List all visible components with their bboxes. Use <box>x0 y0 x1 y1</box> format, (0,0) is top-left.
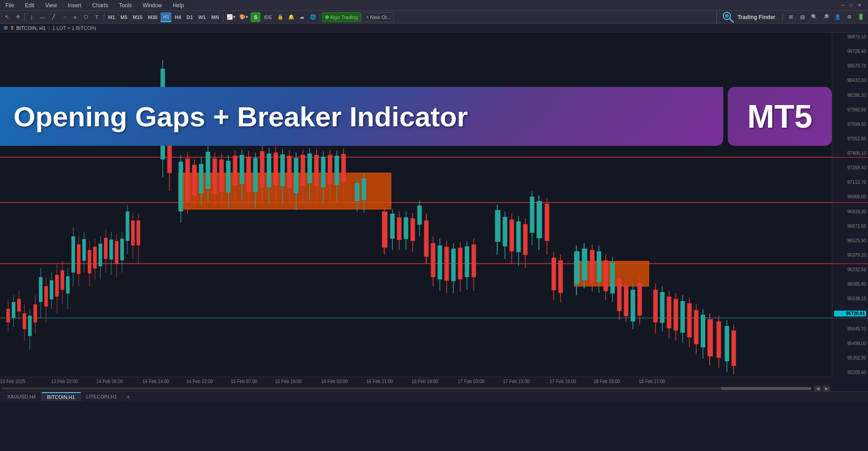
navigator-btn[interactable]: ⊞ <box>786 12 796 22</box>
timeframe-h4[interactable]: H4 <box>172 12 183 22</box>
svg-rect-101 <box>287 156 292 188</box>
time-label-6: 15 Feb 19:00 <box>275 379 302 384</box>
data-window-btn[interactable]: ▤ <box>797 12 807 22</box>
account-btn[interactable]: 👤 <box>833 12 843 22</box>
signals-btn[interactable]: S <box>251 12 261 22</box>
trend-line-tool[interactable]: ╱ <box>48 12 58 22</box>
menu-item-insert[interactable]: Insert <box>66 2 83 9</box>
shapes-tool[interactable]: ⬡ <box>81 12 91 22</box>
search-btn[interactable]: 🔎 <box>821 12 831 22</box>
scrollbar-thumb[interactable] <box>721 387 811 390</box>
lock-btn[interactable]: 🔒 <box>275 12 285 22</box>
maximize-button[interactable]: □ <box>848 2 854 9</box>
scroll-controls: ◀ ▶ <box>814 386 830 391</box>
scroll-left-btn[interactable]: ◀ <box>814 386 821 391</box>
menu-item-help[interactable]: Help <box>171 2 186 9</box>
time-label-2: 14 Feb 06:00 <box>96 379 123 384</box>
candle-9 <box>50 273 53 309</box>
vertical-line-tool[interactable]: | <box>27 12 37 22</box>
svg-rect-211 <box>725 326 729 361</box>
svg-rect-75 <box>199 164 204 193</box>
svg-rect-173 <box>582 249 587 280</box>
timeframe-h1[interactable]: H1 <box>161 12 171 22</box>
ide-btn[interactable]: IDE <box>261 12 274 22</box>
svg-rect-187 <box>631 290 635 321</box>
svg-rect-183 <box>617 278 621 311</box>
timeframe-d1[interactable]: D1 <box>185 12 195 22</box>
crosshair-tool[interactable]: ✛ <box>13 12 23 22</box>
timeframe-mn[interactable]: MN <box>209 12 221 22</box>
price-98433: 98433.00 <box>834 78 866 83</box>
time-label-9: 16 Feb 19:00 <box>412 379 438 384</box>
candle-bounce-10 <box>558 254 563 302</box>
chart-tab-xauusd[interactable]: XAUUSD,H4 <box>2 392 42 401</box>
new-order-button[interactable]: ＋ New Or... <box>362 12 394 22</box>
cloud-btn[interactable]: ☁ <box>297 12 307 22</box>
price-96819: 96819.30 <box>834 209 866 214</box>
window-controls: ─ □ ✕ <box>840 2 864 9</box>
template-selector[interactable]: 🎨▾ <box>238 12 250 22</box>
notifications-btn[interactable]: 🔔 <box>286 12 296 22</box>
text-tool[interactable]: T <box>92 12 102 22</box>
timeframe-w1[interactable]: W1 <box>196 12 209 22</box>
new-chart-tab-btn[interactable]: + <box>123 393 134 400</box>
scrollbar-area[interactable]: ◀ ▶ <box>0 386 832 391</box>
candle-18f-4 <box>674 293 678 341</box>
chart-area[interactable]: 98873.10 98726.40 98579.70 98433.00 9828… <box>0 33 868 377</box>
chart-separator: | <box>48 25 50 31</box>
candle-10 <box>55 264 59 313</box>
time-label-13: 18 Feb 03:00 <box>593 379 620 384</box>
minimize-button[interactable]: ─ <box>840 2 846 9</box>
svg-rect-105 <box>301 155 305 186</box>
svg-rect-167 <box>551 258 556 290</box>
toolbar-separator-4 <box>320 13 320 21</box>
price-98286: 98286.30 <box>834 93 866 98</box>
horizontal-line-tool[interactable]: — <box>38 12 47 22</box>
zoom-btn[interactable]: 🔍 <box>809 12 819 22</box>
price-96085: 96085.80 <box>834 282 866 287</box>
status-btn[interactable]: ▊ <box>856 12 866 22</box>
market-btn[interactable]: 🌐 <box>308 12 318 22</box>
menu-item-tools[interactable]: Tools <box>117 2 133 9</box>
scroll-right-btn[interactable]: ▶ <box>823 386 830 391</box>
timeframe-m1[interactable]: M1 <box>106 12 117 22</box>
toolbar-separator-1 <box>24 13 25 21</box>
menu-item-view[interactable]: View <box>43 2 59 9</box>
candle-11 <box>61 261 64 304</box>
candle-2 <box>12 295 15 327</box>
candle-5 <box>28 309 32 350</box>
candlestick-chart[interactable] <box>0 33 832 377</box>
menu-item-edit[interactable]: Edit <box>23 2 36 9</box>
chart-info-bar: ⊞ ₿ BITCOIN, H1 | 1 LOT = 1 BITCOIN <box>0 24 868 33</box>
trading-finder-logo: Trading Finder <box>716 10 780 24</box>
menu-item-window[interactable]: Window <box>141 2 164 9</box>
timeframe-m15[interactable]: M15 <box>131 12 145 22</box>
menu-item-file[interactable]: File <box>4 2 16 9</box>
chart-tab-litecoin[interactable]: LITECOIN,H1 <box>81 392 123 401</box>
menu-item-charts[interactable]: Charts <box>90 2 110 9</box>
candle-17 <box>93 239 97 279</box>
scrollbar-track[interactable] <box>2 387 811 390</box>
settings-btn[interactable]: ⚙ <box>844 12 854 22</box>
channel-tool[interactable]: ⟋ <box>59 12 69 22</box>
candle-3 <box>17 291 21 320</box>
chart-type-selector[interactable]: 📈▾ <box>225 12 237 22</box>
candle-14 <box>77 236 81 286</box>
candle-18f-3 <box>667 291 671 338</box>
chart-symbol-icon: ₿ <box>11 25 14 30</box>
candle-bounce-7 <box>536 196 542 250</box>
price-96232: 96232.50 <box>834 267 866 272</box>
timeframe-m5[interactable]: M5 <box>118 12 129 22</box>
fib-tool[interactable]: ≡ <box>70 12 80 22</box>
chart-tab-bitcoin[interactable]: BITCOIN,H1 <box>42 392 81 401</box>
close-button[interactable]: ✕ <box>856 2 863 9</box>
candle-8 <box>44 277 48 322</box>
cursor-tool[interactable]: ↖ <box>2 12 12 22</box>
candle-cont-4 <box>437 239 442 291</box>
svg-rect-57 <box>120 239 124 260</box>
algo-trading-button[interactable]: Algo Trading <box>322 12 361 22</box>
svg-rect-45 <box>88 250 91 273</box>
candle-18 <box>99 236 102 279</box>
svg-rect-169 <box>558 260 563 293</box>
timeframe-m30[interactable]: M30 <box>146 12 160 22</box>
